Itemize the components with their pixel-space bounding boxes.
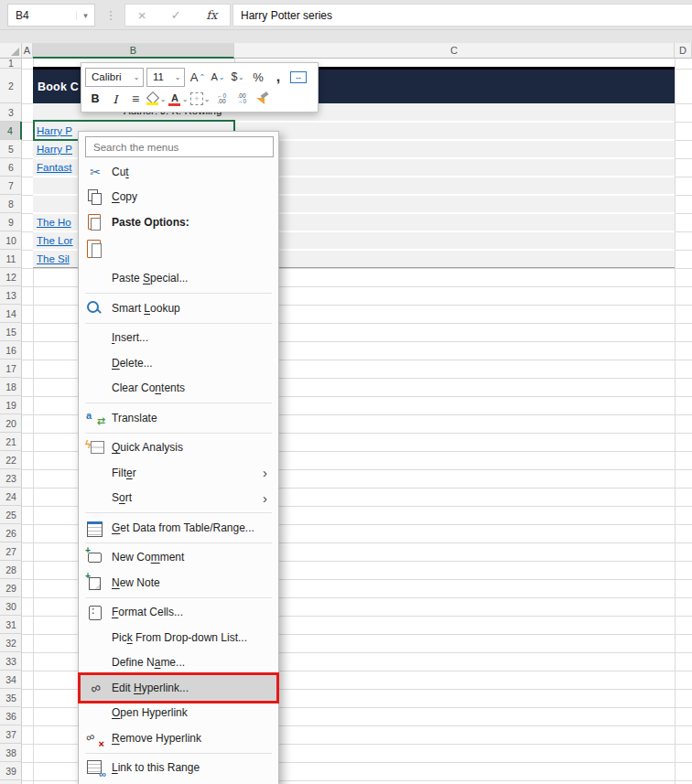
- borders-button[interactable]: +⌄: [190, 89, 211, 109]
- row-header-25[interactable]: 25: [0, 506, 22, 524]
- row-header-24[interactable]: 24: [0, 488, 22, 506]
- menu-item-new-comment[interactable]: New Comment: [79, 545, 278, 571]
- row-header-1[interactable]: 1: [0, 59, 22, 69]
- menu-item-link-to-this-range[interactable]: Link to this Range: [79, 756, 278, 781]
- menu-item-format-cells[interactable]: Format Cells...: [79, 600, 278, 626]
- name-box-caret-icon[interactable]: ▾: [76, 11, 94, 20]
- row-header-13[interactable]: 13: [0, 286, 22, 305]
- font-color-button[interactable]: A⌄: [168, 89, 189, 109]
- row-header-22[interactable]: 22: [0, 451, 22, 469]
- row-header-4[interactable]: 4: [0, 122, 22, 140]
- menu-item-define-name[interactable]: Define Name...: [79, 650, 278, 676]
- column-header-c[interactable]: C: [234, 43, 675, 59]
- row-header-12[interactable]: 12: [0, 268, 22, 286]
- row-header-28[interactable]: 28: [0, 561, 22, 579]
- row-header-2[interactable]: 2: [0, 69, 22, 103]
- row-header-27[interactable]: 27: [0, 542, 22, 561]
- remove-link-icon: [85, 729, 105, 747]
- row-header-16[interactable]: 16: [0, 341, 22, 360]
- blank-icon: [85, 489, 105, 507]
- cell-hyperlink-b6[interactable]: Fantast: [37, 158, 71, 177]
- row-header-8[interactable]: 8: [0, 195, 22, 213]
- formula-input[interactable]: [233, 5, 692, 26]
- menu-item-label: Open Hyperlink: [112, 706, 188, 719]
- row-header-37[interactable]: 37: [0, 725, 22, 744]
- format-painter-button[interactable]: [253, 89, 271, 109]
- increase-decimal-button[interactable]: ←0.00: [212, 89, 231, 109]
- cell-hyperlink-b10[interactable]: The Lor: [37, 231, 73, 250]
- menu-item-cut[interactable]: Cut: [79, 159, 278, 185]
- menu-item-new-note[interactable]: New Note: [79, 570, 278, 596]
- row-header-39[interactable]: 39: [0, 762, 22, 780]
- row-header-32[interactable]: 32: [0, 634, 22, 652]
- row-header-3[interactable]: 3: [0, 103, 22, 122]
- row-header-30[interactable]: 30: [0, 597, 22, 616]
- column-header-d[interactable]: D: [675, 43, 692, 59]
- column-header-b[interactable]: B: [33, 43, 234, 59]
- cell-hyperlink-b5[interactable]: Harry P: [37, 140, 72, 158]
- row-header-15[interactable]: 15: [0, 323, 22, 341]
- enter-icon[interactable]: ✓: [171, 8, 181, 22]
- menu-item-quick-analysis[interactable]: Quick Analysis: [79, 435, 278, 461]
- percent-style-button[interactable]: %: [249, 67, 267, 87]
- row-header-29[interactable]: 29: [0, 579, 22, 597]
- italic-button[interactable]: I: [106, 89, 124, 109]
- menu-item-remove-hyperlink[interactable]: Remove Hyperlink: [79, 725, 278, 751]
- row-header-7[interactable]: 7: [0, 177, 22, 195]
- row-header-38[interactable]: 38: [0, 744, 22, 762]
- font-name-combo[interactable]: Calibri ⌄: [85, 68, 144, 87]
- row-header-6[interactable]: 6: [0, 158, 22, 177]
- menu-item-delete[interactable]: Delete...: [79, 350, 278, 376]
- dropdown-caret-icon: ⌄: [237, 73, 244, 81]
- menu-item-paste[interactable]: [79, 235, 278, 266]
- formula-bar-drag-handle-icon[interactable]: ⋮: [104, 4, 117, 27]
- menu-item-sort[interactable]: Sort›: [79, 486, 278, 511]
- row-header-26[interactable]: 26: [0, 524, 22, 542]
- select-all-button[interactable]: [0, 43, 22, 59]
- insert-function-icon[interactable]: fx: [206, 8, 217, 22]
- align-lines-button[interactable]: ≡: [126, 89, 145, 109]
- name-box[interactable]: B4 ▾: [7, 4, 95, 27]
- menu-item-smart-lookup[interactable]: Smart Lookup: [79, 295, 278, 321]
- accounting-format-button[interactable]: $⌄: [229, 67, 247, 87]
- row-header-11[interactable]: 11: [0, 250, 22, 268]
- cancel-icon[interactable]: ×: [138, 7, 146, 23]
- menu-search-input[interactable]: [85, 136, 274, 157]
- column-header-a[interactable]: A: [22, 43, 33, 59]
- row-header-36[interactable]: 36: [0, 707, 22, 725]
- menu-item-open-hyperlink[interactable]: Open Hyperlink: [79, 701, 278, 726]
- row-header-21[interactable]: 21: [0, 433, 22, 451]
- menu-item-get-data-from-table-range[interactable]: Get Data from Table/Range...: [79, 515, 278, 541]
- row-header-20[interactable]: 20: [0, 414, 22, 433]
- row-header-17[interactable]: 17: [0, 360, 22, 378]
- fill-color-button[interactable]: ⌄: [146, 89, 167, 109]
- bold-button[interactable]: B: [86, 89, 104, 109]
- menu-item-paste-special[interactable]: Paste Special...: [79, 266, 278, 292]
- menu-item-copy[interactable]: Copy: [79, 185, 278, 210]
- row-header-19[interactable]: 19: [0, 396, 22, 414]
- row-header-34[interactable]: 34: [0, 671, 22, 689]
- cell-hyperlink-b9[interactable]: The Ho: [37, 213, 71, 231]
- row-header-23[interactable]: 23: [0, 469, 22, 488]
- decrease-decimal-button[interactable]: .00→0: [232, 89, 251, 109]
- cell-hyperlink-b11[interactable]: The Sil: [37, 250, 70, 268]
- row-header-10[interactable]: 10: [0, 231, 22, 250]
- menu-item-insert[interactable]: Insert...: [79, 326, 278, 351]
- row-header-31[interactable]: 31: [0, 616, 22, 634]
- decrease-font-button[interactable]: A⌄: [209, 67, 227, 87]
- row-header-18[interactable]: 18: [0, 378, 22, 396]
- row-header-9[interactable]: 9: [0, 213, 22, 231]
- comma-style-button[interactable]: ,: [269, 67, 287, 87]
- increase-font-button[interactable]: A⌃: [189, 67, 207, 87]
- autofit-width-button[interactable]: ↔: [289, 67, 308, 87]
- menu-item-translate[interactable]: Translate: [79, 405, 278, 431]
- menu-item-pick-from-drop-down-list[interactable]: Pick From Drop-down List...: [79, 625, 278, 650]
- row-header-5[interactable]: 5: [0, 140, 22, 158]
- row-header-14[interactable]: 14: [0, 305, 22, 323]
- row-header-35[interactable]: 35: [0, 689, 22, 707]
- menu-item-clear-contents[interactable]: Clear Contents: [79, 376, 278, 402]
- menu-item-edit-hyperlink[interactable]: Edit Hyperlink...: [79, 675, 278, 701]
- row-header-33[interactable]: 33: [0, 652, 22, 671]
- font-size-combo[interactable]: 11 ⌄: [146, 68, 185, 87]
- menu-item-filter[interactable]: Filter›: [79, 460, 278, 486]
